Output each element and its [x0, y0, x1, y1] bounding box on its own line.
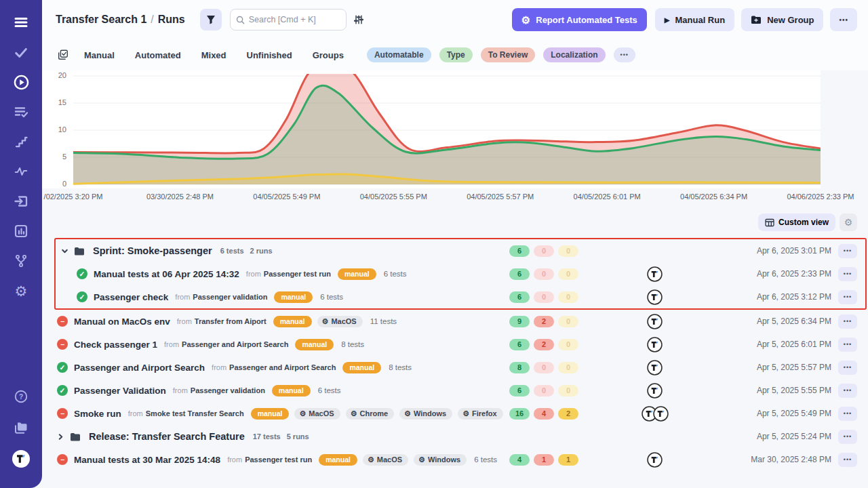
filter-pill-type[interactable]: Type — [439, 47, 473, 62]
row-main: −Manual tests at 30 Mar 2025 14:48fromPa… — [57, 454, 509, 466]
tests-count: 8 tests — [341, 340, 364, 348]
sidebar: ⚙ ? — [0, 0, 42, 488]
new-group-button[interactable]: New Group — [741, 8, 823, 31]
run-row[interactable]: ✓Manual tests at 06 Apr 2025 14:32fromPa… — [56, 262, 865, 285]
breadcrumb-project[interactable]: Transfer Search 1 — [56, 14, 146, 25]
run-row[interactable]: ✓Passenger and Airport SearchfromPasseng… — [42, 356, 868, 379]
run-date: Mar 30, 2025 2:48 PM — [724, 455, 831, 464]
group-title[interactable]: Release: Transfer Search Feature — [89, 431, 245, 442]
report-automated-tests-button[interactable]: ⚙Report Automated Tests — [512, 8, 647, 31]
header-more-button[interactable]: ••• — [830, 8, 857, 31]
row-more-button[interactable]: ••• — [838, 244, 857, 258]
tab-groups[interactable]: Groups — [313, 50, 344, 60]
passed-count-badge: 9 — [509, 316, 530, 327]
row-more-button[interactable]: ••• — [838, 338, 857, 352]
run-title[interactable]: Check passenger 1 — [74, 340, 157, 350]
filter-button[interactable] — [200, 9, 222, 30]
filter-pill-automatable[interactable]: Automatable — [367, 47, 431, 62]
run-title[interactable]: Passenger Validation — [74, 386, 166, 396]
new-group-label: New Group — [767, 15, 814, 25]
run-date: Apr 6, 2025 3:01 PM — [724, 246, 831, 256]
row-more-button[interactable]: ••• — [838, 407, 857, 421]
run-title[interactable]: Passenger check — [94, 292, 168, 302]
failed-count-badge: 0 — [534, 362, 554, 373]
row-more-button[interactable]: ••• — [838, 430, 857, 444]
from-label: from — [212, 363, 226, 371]
row-more-button[interactable]: ••• — [838, 290, 857, 304]
run-source: Passenger and Airport Search — [182, 340, 288, 348]
run-title[interactable]: Manual tests at 30 Mar 2025 14:48 — [74, 455, 220, 465]
run-title[interactable]: Manual tests at 06 Apr 2025 14:32 — [94, 269, 239, 279]
filter-pill-localization[interactable]: Localization — [543, 47, 605, 62]
menu-icon[interactable] — [7, 9, 35, 35]
search-box[interactable] — [230, 9, 347, 30]
list-check-icon[interactable] — [7, 99, 35, 125]
steps-icon[interactable] — [7, 129, 35, 155]
passed-count-badge: 8 — [509, 362, 530, 373]
tab-mixed[interactable]: Mixed — [201, 50, 226, 60]
manual-run-button[interactable]: ▶Manual Run — [655, 8, 734, 31]
row-main: ✓Passenger checkfromPassenger validation… — [77, 291, 509, 303]
group-title[interactable]: Sprint: Smoke-passenger — [93, 245, 212, 256]
row-more-button[interactable]: ••• — [838, 267, 857, 281]
user-avatar — [647, 382, 663, 399]
tab-unfinished[interactable]: Unfinished — [247, 50, 292, 60]
manual-badge: manual — [274, 291, 313, 303]
more-pills-button[interactable]: ••• — [614, 47, 635, 62]
gear-icon: ⚙ — [418, 456, 425, 464]
run-title[interactable]: Passenger and Airport Search — [74, 363, 205, 373]
run-title[interactable]: Smoke run — [74, 409, 121, 419]
group-row[interactable]: Sprint: Smoke-passenger6 tests2 runs600A… — [56, 239, 865, 262]
run-date: Apr 5, 2025 5:24 PM — [724, 432, 831, 441]
run-row[interactable]: ✓Passenger checkfromPassenger validation… — [56, 285, 865, 308]
run-row[interactable]: ✓Passenger ValidationfromPassenger valid… — [42, 379, 868, 402]
filter-pill-to-review[interactable]: To Review — [481, 47, 535, 62]
checks-icon[interactable] — [7, 39, 35, 65]
import-icon[interactable] — [7, 188, 35, 214]
row-more-button[interactable]: ••• — [838, 314, 857, 329]
runs-trend-chart: 05101520 — [42, 70, 821, 188]
run-row[interactable]: −Check passenger 1fromPassenger and Airp… — [42, 333, 868, 356]
adjustments-button[interactable] — [353, 14, 364, 25]
library-icon[interactable] — [7, 415, 35, 441]
skipped-count-badge: 0 — [558, 291, 578, 303]
settings-icon[interactable]: ⚙ — [7, 278, 35, 304]
group-row[interactable]: Release: Transfer Search Feature17 tests… — [42, 425, 868, 448]
logo-icon[interactable] — [7, 446, 35, 472]
manual-badge: manual — [319, 454, 357, 466]
select-all-icon[interactable] — [57, 49, 69, 61]
env-chip-macos: ⚙MacOS — [294, 408, 340, 420]
from-label: from — [173, 386, 188, 394]
run-source: Smoke test Transfer Search — [146, 409, 244, 418]
breadcrumb-page: Runs — [158, 14, 185, 25]
run-row[interactable]: −Manual on MacOs envfromTransfer from Ai… — [42, 310, 868, 333]
row-more-button[interactable]: ••• — [838, 361, 857, 375]
pulse-icon[interactable] — [7, 159, 35, 184]
view-settings-gear-icon[interactable]: ⚙ — [840, 214, 857, 231]
y-tick-label: 10 — [50, 125, 66, 134]
search-input[interactable] — [249, 15, 340, 24]
user-avatar — [647, 289, 663, 305]
manual-badge: manual — [273, 316, 312, 327]
row-more-button[interactable]: ••• — [838, 453, 857, 467]
user-avatar — [652, 405, 669, 422]
env-chip-chrome: ⚙Chrome — [346, 408, 394, 420]
analytics-icon[interactable] — [7, 218, 35, 244]
custom-view-button[interactable]: Custom view — [758, 214, 835, 231]
runs-icon[interactable] — [7, 69, 35, 95]
assignee-avatars — [585, 336, 724, 352]
tab-automated[interactable]: Automated — [135, 50, 181, 60]
custom-view-label: Custom view — [778, 218, 829, 227]
env-chip-windows: ⚙Windows — [399, 408, 452, 420]
user-avatar — [647, 336, 663, 352]
run-row[interactable]: −Manual tests at 30 Mar 2025 14:48fromPa… — [42, 448, 868, 471]
tab-manual[interactable]: Manual — [84, 50, 115, 60]
run-title[interactable]: Manual on MacOs env — [74, 317, 170, 327]
user-avatar — [647, 451, 663, 468]
run-row[interactable]: −Smoke runfromSmoke test Transfer Search… — [42, 402, 868, 425]
chevron-right-icon[interactable] — [57, 433, 64, 441]
branch-icon[interactable] — [7, 248, 35, 274]
row-more-button[interactable]: ••• — [838, 384, 857, 398]
help-icon[interactable]: ? — [7, 384, 35, 409]
chevron-down-icon[interactable] — [61, 247, 68, 255]
